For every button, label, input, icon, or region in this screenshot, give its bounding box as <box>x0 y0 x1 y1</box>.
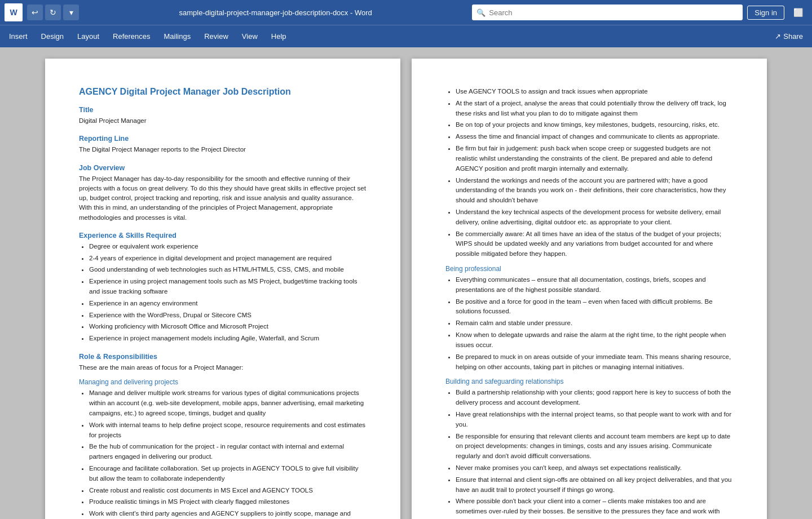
menu-insert[interactable]: Insert <box>2 29 34 44</box>
list-item: Experience in using project management t… <box>89 277 367 297</box>
page-right: Use AGENCY TOOLS to assign and track iss… <box>412 59 767 519</box>
list-item: Good understanding of web technologies s… <box>89 265 367 275</box>
list-item: Be firm but fair in judgement: push back… <box>456 144 733 174</box>
managing-list: Manage and deliver multiple work streams… <box>89 388 367 519</box>
exp-skills-list: Degree or equivalent work experience 2-4… <box>89 242 367 344</box>
exp-skills-section-label: Experience & Skills Required <box>79 232 367 239</box>
list-item: Degree or equivalent work experience <box>89 242 367 252</box>
list-item: Be the hub of communication for the proj… <box>89 442 367 462</box>
undo-button[interactable]: ↩ <box>27 5 43 20</box>
customize-button[interactable]: ▾ <box>63 5 79 20</box>
role-section-label: Role & Responsibilities <box>79 353 367 361</box>
list-item: Create robust and realistic cost documen… <box>89 486 367 496</box>
word-icon: W <box>5 3 23 21</box>
being-professional-section-label: Being professional <box>445 265 733 273</box>
list-item: Be commercially aware: At all times have… <box>456 229 733 259</box>
menu-design[interactable]: Design <box>34 29 70 44</box>
list-item: Understand the key technical aspects of … <box>456 207 733 228</box>
list-item: Be on top of your projects and know timi… <box>456 120 733 130</box>
building-section-label: Building and safeguarding relationships <box>445 378 733 385</box>
list-item: Assess the time and financial impact of … <box>456 132 733 142</box>
menu-layout[interactable]: Layout <box>70 29 106 44</box>
list-item: Never make promises you can't keep, and … <box>456 463 733 473</box>
share-button[interactable]: ↗ Share <box>768 29 810 44</box>
doc-main-heading: AGENCY Digital Project Manager Job Descr… <box>79 87 367 97</box>
being-professional-list: Everything communicates – ensure that al… <box>456 275 733 372</box>
list-item: Everything communicates – ensure that al… <box>456 275 733 295</box>
share-icon: ↗ <box>775 32 781 41</box>
list-item: Experience with the WordPress, Drupal or… <box>89 310 367 321</box>
search-bar[interactable]: 🔍 <box>472 5 743 20</box>
list-item: Working proficiency with Microsoft Offic… <box>89 322 367 332</box>
title-section-label: Title <box>79 106 367 114</box>
job-overview-text: The Project Manager has day-to-day respo… <box>79 174 367 223</box>
list-item: Experience in an agency environment <box>89 299 367 309</box>
redo-button[interactable]: ↻ <box>45 5 61 20</box>
list-item: Be positive and a force for good in the … <box>456 297 733 317</box>
list-item: Where possible don't back your client in… <box>456 496 733 519</box>
list-item: At the start of a project, analyse the a… <box>456 99 733 119</box>
menubar: Insert Design Layout References Mailings… <box>0 25 812 47</box>
page-left: AGENCY Digital Project Manager Job Descr… <box>45 59 400 519</box>
menu-mailings[interactable]: Mailings <box>157 29 198 44</box>
search-icon: 🔍 <box>476 8 486 17</box>
menu-references[interactable]: References <box>106 29 157 44</box>
undo-redo-controls: ↩ ↻ ▾ <box>27 5 79 20</box>
list-item: Ensure that internal and client sign-off… <box>456 475 733 495</box>
list-item: Be responsible for ensuring that relevan… <box>456 432 733 462</box>
role-intro: These are the main areas of focus for a … <box>79 363 367 372</box>
list-item: Have great relationships with the intern… <box>456 410 733 430</box>
job-overview-section-label: Job Overview <box>79 164 367 172</box>
reporting-line-value: The Digital Project Manager reports to t… <box>79 145 367 154</box>
titlebar: W ↩ ↻ ▾ sample-digital-project-manager-j… <box>0 0 812 25</box>
menu-help[interactable]: Help <box>264 29 293 44</box>
list-item: Understand the workings and needs of the… <box>456 176 733 206</box>
window-title: sample-digital-project-manager-job-descr… <box>83 8 467 17</box>
list-item: Work with internal teams to help define … <box>89 420 367 441</box>
building-list: Build a partnership relationship with yo… <box>456 388 733 519</box>
reporting-line-section-label: Reporting Line <box>79 135 367 143</box>
list-item: Be prepared to muck in on areas outside … <box>456 352 733 372</box>
restore-button[interactable]: ⬜ <box>789 6 807 19</box>
list-item: Remain calm and stable under pressure. <box>456 318 733 329</box>
list-item: Use AGENCY TOOLS to assign and track iss… <box>456 87 733 97</box>
managing-section-label: Managing and delivering projects <box>79 378 367 386</box>
list-item: Manage and deliver multiple work streams… <box>89 388 367 418</box>
managing-continued-list: Use AGENCY TOOLS to assign and track iss… <box>456 87 733 259</box>
list-item: Know when to delegate upwards and raise … <box>456 330 733 351</box>
menu-view[interactable]: View <box>235 29 264 44</box>
list-item: 2-4 years of experience in digital devel… <box>89 254 367 264</box>
list-item: Build a partnership relationship with yo… <box>456 388 733 408</box>
search-input[interactable] <box>489 8 738 17</box>
list-item: Experience in project management models … <box>89 334 367 344</box>
menu-review[interactable]: Review <box>197 29 235 44</box>
title-value: Digital Project Manager <box>79 116 367 126</box>
list-item: Produce realistic timings in MS Project … <box>89 497 367 507</box>
signin-button[interactable]: Sign in <box>747 6 784 20</box>
list-item: Encourage and facilitate collaboration. … <box>89 464 367 484</box>
document-area: AGENCY Digital Project Manager Job Descr… <box>0 47 812 519</box>
list-item: Work with client's third party agencies … <box>89 509 367 519</box>
share-label: Share <box>783 32 803 41</box>
